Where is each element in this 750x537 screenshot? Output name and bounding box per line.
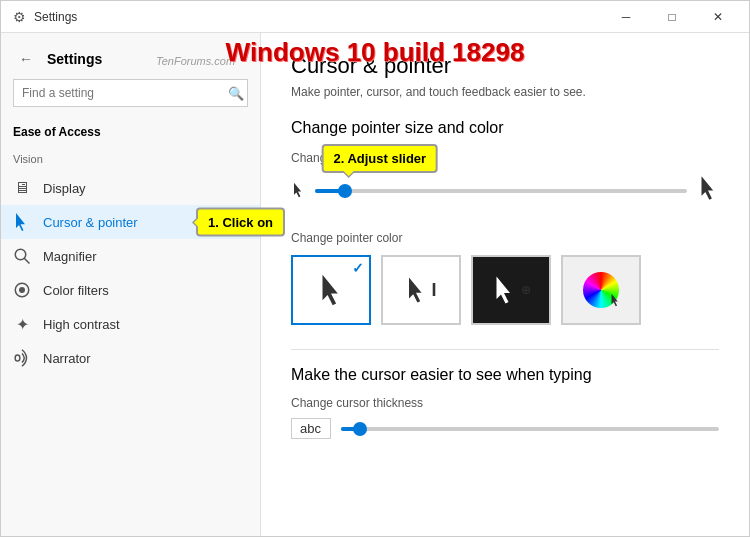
cursor-thickness-slider-thumb[interactable] — [353, 422, 367, 436]
vision-label: Vision — [1, 149, 260, 171]
sidebar-title: Settings — [47, 51, 102, 67]
sidebar-item-magnifier[interactable]: Magnifier — [1, 239, 260, 273]
sidebar-item-cursor-label: Cursor & pointer — [43, 215, 138, 230]
checkmark-icon: ✓ — [352, 260, 364, 276]
color-filters-icon — [13, 281, 31, 299]
high-contrast-icon: ✦ — [13, 315, 31, 333]
sidebar-item-color-filters[interactable]: Color filters — [1, 273, 260, 307]
cursor-large-icon — [697, 175, 719, 207]
cursor-pointer-icon — [13, 213, 31, 231]
sidebar-item-display[interactable]: 🖥 Display — [1, 171, 260, 205]
pointer-size-slider-track: 2. Adjust slider — [315, 189, 687, 193]
magnifier-icon — [13, 247, 31, 265]
content-area: ← Settings 🔍 Ease of Access Vision 🖥 Dis… — [1, 33, 749, 536]
color-wheel-cursor-icon — [609, 293, 621, 310]
svg-point-3 — [19, 287, 25, 293]
click-on-tooltip: 1. Click on — [196, 208, 285, 237]
settings-window: ⚙ Settings ─ □ ✕ Windows 10 build 18298 … — [0, 0, 750, 537]
pointer-size-slider-container: 2. Adjust slider — [291, 175, 719, 207]
search-input[interactable] — [13, 79, 248, 107]
minimize-button[interactable]: ─ — [603, 1, 649, 33]
color-options: ✓ I ⊕ — [291, 255, 719, 325]
svg-rect-4 — [15, 355, 20, 361]
sidebar-item-magnifier-label: Magnifier — [43, 249, 96, 264]
black-bar-cursor: I — [405, 276, 436, 304]
sidebar-item-narrator-label: Narrator — [43, 351, 91, 366]
pointer-color-label: Change pointer color — [291, 231, 719, 245]
narrator-icon — [13, 349, 31, 367]
sidebar-item-narrator[interactable]: Narrator — [1, 341, 260, 375]
color-option-black[interactable]: ⊕ — [471, 255, 551, 325]
back-button[interactable]: ← — [13, 49, 39, 69]
search-box: 🔍 — [13, 79, 248, 107]
pointer-size-slider-thumb[interactable]: 2. Adjust slider — [338, 184, 352, 198]
color-option-black-bar[interactable]: I — [381, 255, 461, 325]
cursor-small-icon — [291, 182, 305, 201]
cursor-thickness-label: Change cursor thickness — [291, 396, 719, 410]
title-bar: ⚙ Settings ─ □ ✕ — [1, 1, 749, 33]
cursor-thickness-row: abc — [291, 418, 719, 439]
sidebar: ← Settings 🔍 Ease of Access Vision 🖥 Dis… — [1, 33, 261, 536]
abc-preview: abc — [291, 418, 331, 439]
color-option-custom[interactable] — [561, 255, 641, 325]
color-option-white[interactable]: ✓ — [291, 255, 371, 325]
settings-window-icon: ⚙ — [13, 9, 26, 25]
adjust-slider-tooltip: 2. Adjust slider — [321, 144, 438, 173]
pointer-section-title: Change pointer size and color — [291, 119, 719, 137]
sidebar-item-cursor[interactable]: Cursor & pointer 1. Click on — [1, 205, 260, 239]
display-icon: 🖥 — [13, 179, 31, 197]
typing-section-title: Make the cursor easier to see when typin… — [291, 366, 719, 384]
title-bar-controls: ─ □ ✕ — [603, 1, 741, 33]
cursor-thickness-slider-track — [341, 427, 719, 431]
svg-point-0 — [15, 249, 26, 260]
section-divider — [291, 349, 719, 350]
main-panel: Cursor & pointer Make pointer, cursor, a… — [261, 33, 749, 536]
title-bar-text: Settings — [34, 10, 77, 24]
sidebar-item-high-contrast-label: High contrast — [43, 317, 120, 332]
search-button[interactable]: 🔍 — [228, 86, 244, 101]
sidebar-item-color-filters-label: Color filters — [43, 283, 109, 298]
panel-title: Cursor & pointer — [291, 53, 719, 79]
sidebar-item-display-label: Display — [43, 181, 86, 196]
maximize-button[interactable]: □ — [649, 1, 695, 33]
svg-line-1 — [24, 258, 29, 263]
sidebar-item-high-contrast[interactable]: ✦ High contrast — [1, 307, 260, 341]
close-button[interactable]: ✕ — [695, 1, 741, 33]
title-bar-left: ⚙ Settings — [13, 9, 77, 25]
ease-of-access-label: Ease of Access — [1, 121, 260, 149]
sidebar-header: ← Settings — [1, 43, 260, 79]
panel-subtitle: Make pointer, cursor, and touch feedback… — [291, 85, 719, 99]
